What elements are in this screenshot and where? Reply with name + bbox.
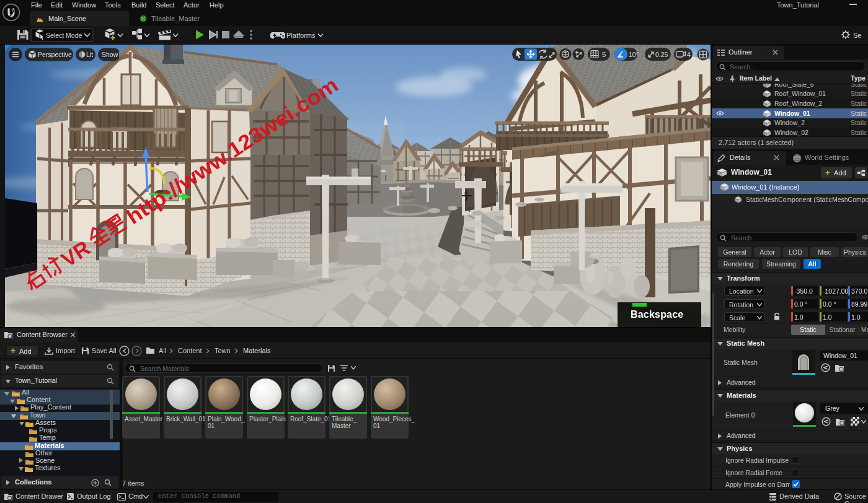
svg-text:Platforms: Platforms bbox=[286, 32, 316, 39]
svg-text:5: 5 bbox=[602, 51, 606, 58]
svg-text:10°: 10° bbox=[629, 51, 639, 58]
svg-text:0.25: 0.25 bbox=[655, 51, 668, 58]
svg-text:Show: Show bbox=[102, 51, 118, 58]
svg-text:Lit: Lit bbox=[86, 51, 93, 58]
svg-text:Select Mode: Select Mode bbox=[46, 32, 82, 39]
svg-text:Perspective: Perspective bbox=[38, 51, 72, 58]
svg-text:4: 4 bbox=[687, 51, 691, 58]
svg-text:Se: Se bbox=[853, 32, 861, 39]
